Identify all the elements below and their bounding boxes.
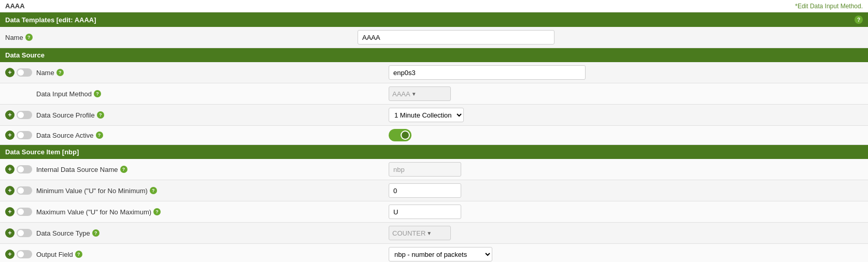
dsa-toggle-btn[interactable]: + bbox=[5, 130, 15, 140]
dsp-toggle-switch[interactable] bbox=[17, 111, 32, 119]
ds-name-controls: + bbox=[5, 68, 36, 77]
dst-help-icon[interactable]: ? bbox=[92, 229, 99, 237]
dsa-active-knob bbox=[401, 130, 410, 140]
dsa-toggle-switch[interactable] bbox=[17, 131, 32, 139]
dsp-toggle-btn[interactable]: + bbox=[5, 110, 15, 120]
dsa-knob bbox=[18, 132, 24, 138]
dsp-help-icon[interactable]: ? bbox=[97, 111, 104, 119]
max-value-knob bbox=[18, 209, 24, 215]
dsa-label-group: Data Source Active ? bbox=[36, 132, 389, 139]
app-title: AAAA bbox=[5, 2, 25, 10]
ds-name-label: Name bbox=[36, 69, 54, 77]
dst-toggle-btn[interactable]: + bbox=[5, 228, 15, 238]
max-value-label: Maximum Value ("U" for No Maximum) bbox=[36, 208, 151, 216]
of-toggle-btn[interactable]: + bbox=[5, 250, 15, 259]
dst-select-display: COUNTER ▼ bbox=[389, 226, 451, 240]
dim-chevron: ▼ bbox=[411, 91, 417, 97]
internal-name-knob bbox=[18, 166, 24, 172]
name-help-icon[interactable]: ? bbox=[25, 34, 33, 41]
dim-label-group: Data Input Method ? bbox=[36, 90, 389, 98]
min-value-row: + Minimum Value ("U" for No Minimum) ? bbox=[0, 180, 868, 201]
max-value-label-group: Maximum Value ("U" for No Maximum) ? bbox=[36, 208, 389, 216]
min-value-input[interactable] bbox=[389, 183, 461, 198]
dst-label: Data Source Type bbox=[36, 229, 90, 237]
of-controls: + bbox=[5, 250, 36, 259]
ds-name-toggle-switch[interactable] bbox=[17, 68, 32, 77]
name-row: Name ? bbox=[0, 27, 868, 48]
min-value-help-icon[interactable]: ? bbox=[150, 187, 157, 194]
min-value-toggle-btn[interactable]: + bbox=[5, 186, 15, 195]
of-select[interactable]: nbp - number of packets bbox=[389, 247, 492, 261]
dsa-controls: + bbox=[5, 130, 36, 140]
name-label: Name bbox=[5, 34, 23, 41]
dst-label-group: Data Source Type ? bbox=[36, 229, 389, 237]
ds-name-knob bbox=[18, 69, 24, 76]
internal-name-toggle-btn[interactable]: + bbox=[5, 165, 15, 174]
internal-name-row: + Internal Data Source Name ? bbox=[0, 159, 868, 180]
internal-name-help-icon[interactable]: ? bbox=[120, 166, 127, 173]
min-value-controls: + bbox=[5, 186, 36, 195]
dst-controls: + bbox=[5, 228, 36, 238]
internal-name-label: Internal Data Source Name bbox=[36, 166, 118, 173]
name-label-group: Name ? bbox=[5, 34, 358, 41]
dsp-select[interactable]: 1 Minute Collection bbox=[389, 108, 464, 122]
data-source-type-row: + Data Source Type ? COUNTER ▼ bbox=[0, 223, 868, 244]
data-source-item-header: Data Source Item [nbp] bbox=[0, 145, 868, 159]
data-source-header: Data Source bbox=[0, 48, 868, 62]
data-source-item-title: Data Source Item [nbp] bbox=[5, 148, 79, 156]
data-templates-title: Data Templates [edit: AAAA] bbox=[5, 16, 96, 24]
dsa-toggle-active[interactable] bbox=[389, 129, 411, 141]
data-source-title: Data Source bbox=[5, 51, 45, 59]
dim-select-display: AAAA ▼ bbox=[389, 86, 451, 101]
data-templates-help-icon[interactable]: ? bbox=[855, 16, 863, 24]
max-value-controls: + bbox=[5, 207, 36, 216]
dsp-label: Data Source Profile bbox=[36, 111, 95, 119]
dim-help-icon[interactable]: ? bbox=[94, 90, 101, 97]
of-label: Output Field bbox=[36, 251, 73, 258]
max-value-help-icon[interactable]: ? bbox=[153, 208, 161, 215]
min-value-knob bbox=[18, 187, 24, 194]
dsp-knob bbox=[18, 112, 24, 118]
dsa-active-knob-inner bbox=[402, 132, 409, 139]
internal-name-input[interactable] bbox=[389, 162, 461, 177]
data-templates-header: Data Templates [edit: AAAA] ? bbox=[0, 12, 868, 27]
ds-name-toggle-btn[interactable]: + bbox=[5, 68, 15, 77]
min-value-label-group: Minimum Value ("U" for No Minimum) ? bbox=[36, 187, 389, 195]
dst-knob bbox=[18, 230, 24, 236]
max-value-input[interactable] bbox=[389, 205, 461, 219]
dsa-label: Data Source Active bbox=[36, 132, 94, 139]
dsp-label-group: Data Source Profile ? bbox=[36, 111, 389, 119]
of-label-group: Output Field ? bbox=[36, 251, 389, 258]
dst-toggle-switch[interactable] bbox=[17, 229, 32, 237]
name-input[interactable] bbox=[358, 30, 554, 45]
of-knob bbox=[18, 251, 24, 257]
ds-name-help-icon[interactable]: ? bbox=[56, 69, 64, 76]
data-source-profile-row: + Data Source Profile ? 1 Minute Collect… bbox=[0, 105, 868, 126]
min-value-toggle-switch[interactable] bbox=[17, 186, 32, 195]
edit-data-input-link[interactable]: *Edit Data Input Method. bbox=[795, 3, 863, 10]
max-value-toggle-btn[interactable]: + bbox=[5, 207, 15, 216]
internal-name-toggle-switch[interactable] bbox=[17, 165, 32, 173]
ds-name-input[interactable] bbox=[389, 65, 586, 80]
dst-chevron: ▼ bbox=[426, 230, 432, 236]
of-help-icon[interactable]: ? bbox=[75, 251, 82, 258]
dsp-controls: + bbox=[5, 110, 36, 120]
data-input-method-row: Data Input Method ? AAAA ▼ bbox=[0, 83, 868, 105]
max-value-row: + Maximum Value ("U" for No Maximum) ? bbox=[0, 201, 868, 223]
output-field-row: + Output Field ? nbp - number of packets bbox=[0, 244, 868, 262]
ds-name-row: + Name ? bbox=[0, 62, 868, 83]
internal-name-label-group: Internal Data Source Name ? bbox=[36, 166, 389, 173]
ds-name-label-group: Name ? bbox=[36, 69, 389, 77]
top-bar: AAAA *Edit Data Input Method. bbox=[0, 0, 868, 12]
dim-label: Data Input Method bbox=[36, 90, 92, 98]
dsa-help-icon[interactable]: ? bbox=[96, 132, 103, 139]
max-value-toggle-switch[interactable] bbox=[17, 208, 32, 216]
internal-name-controls: + bbox=[5, 165, 36, 174]
of-toggle-switch[interactable] bbox=[17, 250, 32, 258]
data-source-active-row: + Data Source Active ? bbox=[0, 126, 868, 145]
min-value-label: Minimum Value ("U" for No Minimum) bbox=[36, 187, 148, 195]
